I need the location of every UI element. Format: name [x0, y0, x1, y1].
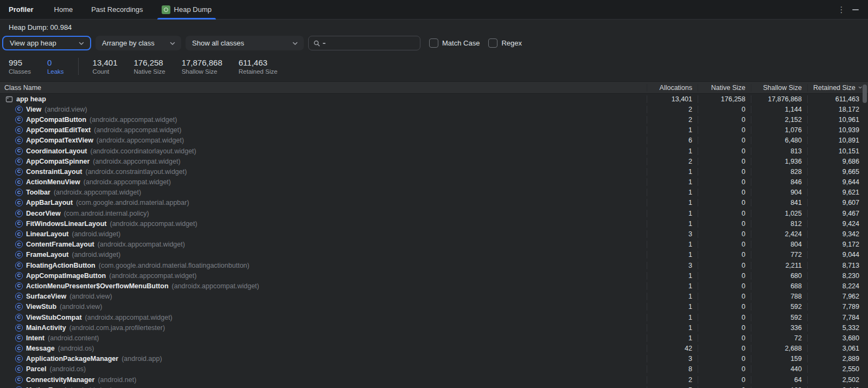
- table-row[interactable]: C ActionMenuPresenter$OverflowMenuButton…: [0, 281, 868, 291]
- vertical-scrollbar[interactable]: [862, 81, 867, 388]
- table-row[interactable]: C ActionMenuView (androidx.appcompat.wid…: [0, 177, 868, 187]
- allocations-value: 1: [647, 272, 698, 280]
- table-row[interactable]: C Parcel (android.os) 8 0 440 2,550: [0, 364, 868, 374]
- regex-option[interactable]: Regex: [488, 38, 522, 48]
- class-icon: C: [15, 106, 23, 113]
- table-row[interactable]: app heap 13,401 176,258 17,876,868 611,4…: [0, 94, 868, 104]
- stat-item: 611,463 Retained Size: [239, 58, 278, 75]
- retained-size-value: 7,784: [807, 314, 868, 321]
- allocations-value: 2: [647, 116, 698, 124]
- class-icon: C: [15, 241, 23, 248]
- scrollbar-thumb[interactable]: [863, 85, 867, 103]
- retained-size-value: 611,463: [807, 95, 868, 103]
- native-size-value: 0: [698, 158, 751, 165]
- heap-folder-icon: [5, 95, 13, 103]
- table-row[interactable]: C ViewStub (android.view) 1 0 592 7,789: [0, 302, 868, 312]
- table-row[interactable]: C MotionEvent (android.view) 5 0 160 2,4…: [0, 385, 868, 388]
- class-filter-select[interactable]: Show all classes: [186, 36, 304, 50]
- minimize-icon[interactable]: [848, 3, 863, 17]
- shallow-size-value: 159: [751, 355, 807, 363]
- class-icon: C: [15, 303, 23, 311]
- class-name: ActionMenuView: [26, 178, 80, 186]
- arrange-by-select[interactable]: Arrange by class: [95, 36, 181, 50]
- class-package: (androidx.appcompat.widget): [172, 282, 259, 290]
- table-row[interactable]: C ConstraintLayout (androidx.constraintl…: [0, 166, 868, 177]
- shallow-size-value: 2,152: [751, 116, 807, 124]
- tab-heap-dump-label: Heap Dump: [174, 5, 212, 14]
- stat-item: 176,258 Native Size: [133, 58, 165, 75]
- retained-size-value: 9,172: [807, 241, 868, 248]
- allocations-value: 1: [647, 147, 698, 155]
- heap-scope-select[interactable]: View app heap: [2, 36, 91, 50]
- table-row[interactable]: C FrameLayout (android.widget) 1 0 772 9…: [0, 250, 868, 260]
- table-row[interactable]: C AppCompatSpinner (androidx.appcompat.w…: [0, 156, 868, 166]
- table-row[interactable]: C AppCompatImageButton (androidx.appcomp…: [0, 270, 868, 281]
- class-name: MainActivity: [26, 324, 66, 332]
- class-name: FitWindowsLinearLayout: [26, 220, 107, 228]
- retained-size-value: 18,172: [807, 106, 868, 113]
- shallow-size-value: 788: [751, 293, 807, 300]
- profiler-window: Profiler Home Past Recordings Heap Dump …: [0, 0, 868, 388]
- table-row[interactable]: C Toolbar (androidx.appcompat.widget) 1 …: [0, 187, 868, 198]
- shallow-size-value: 592: [751, 303, 807, 311]
- allocations-value: 1: [647, 293, 698, 300]
- tab-past-recordings[interactable]: Past Recordings: [86, 0, 148, 20]
- native-size-value: 0: [698, 241, 751, 248]
- retained-size-value: 10,151: [807, 147, 868, 155]
- table-row[interactable]: C ViewStubCompat (androidx.appcompat.wid…: [0, 312, 868, 322]
- class-name: AppCompatTextView: [26, 137, 93, 144]
- class-package: (com.android.internal.policy): [64, 210, 149, 217]
- table-row[interactable]: C ConnectivityManager (android.net) 2 0 …: [0, 374, 868, 385]
- table-row[interactable]: C AppCompatEditText (androidx.appcompat.…: [0, 125, 868, 135]
- class-name: FloatingActionButton: [26, 262, 95, 269]
- retained-size-value: 9,467: [807, 210, 868, 217]
- column-header-native-size[interactable]: Native Size: [698, 84, 751, 92]
- allocations-value: 1: [647, 314, 698, 321]
- allocations-value: 2: [647, 158, 698, 165]
- stat-value: 611,463: [239, 58, 278, 67]
- search-field[interactable]: [308, 36, 420, 50]
- match-case-option[interactable]: Match Case: [429, 38, 480, 48]
- table-row[interactable]: C FloatingActionButton (com.google.andro…: [0, 260, 868, 270]
- class-filter-value: Show all classes: [192, 39, 288, 47]
- shallow-size-value: 813: [751, 147, 807, 155]
- tab-home-label: Home: [54, 5, 73, 14]
- table-row[interactable]: C AppCompatButton (androidx.appcompat.wi…: [0, 114, 868, 125]
- table-row[interactable]: C ContentFrameLayout (androidx.appcompat…: [0, 240, 868, 250]
- table-row[interactable]: C LinearLayout (android.widget) 3 0 2,42…: [0, 229, 868, 239]
- table-row[interactable]: C MainActivity (android.com.java.profile…: [0, 322, 868, 333]
- table-row[interactable]: C Message (android.os) 42 0 2,688 3,061: [0, 344, 868, 354]
- class-icon: C: [15, 220, 23, 228]
- table-row[interactable]: C DecorView (com.android.internal.policy…: [0, 208, 868, 218]
- table-row[interactable]: C Intent (android.content) 1 0 72 3,680: [0, 333, 868, 343]
- tab-home[interactable]: Home: [49, 0, 79, 20]
- more-options-icon[interactable]: ⋮: [834, 3, 848, 17]
- table-row[interactable]: C View (android.view) 2 0 1,144 18,172: [0, 104, 868, 114]
- table-row[interactable]: C SurfaceView (android.view) 1 0 788 7,9…: [0, 292, 868, 302]
- native-size-value: 0: [698, 272, 751, 280]
- table-row[interactable]: C CoordinatorLayout (androidx.coordinato…: [0, 146, 868, 156]
- native-size-value: 176,258: [698, 95, 751, 103]
- stat-label: Leaks: [47, 68, 64, 75]
- table-row[interactable]: C ApplicationPackageManager (android.app…: [0, 354, 868, 364]
- search-history-caret-icon[interactable]: [323, 43, 326, 44]
- tab-heap-dump[interactable]: Heap Dump: [156, 0, 217, 20]
- column-header-allocations[interactable]: Allocations: [647, 84, 698, 92]
- class-name: app heap: [16, 95, 46, 103]
- table-row[interactable]: C FitWindowsLinearLayout (androidx.appco…: [0, 218, 868, 229]
- column-header-shallow-size[interactable]: Shallow Size: [751, 84, 807, 92]
- chevron-down-icon: [78, 40, 85, 47]
- column-header-retained-size[interactable]: Retained Size: [807, 84, 868, 92]
- allocations-value: 13,401: [647, 95, 698, 103]
- class-package: (android.view): [60, 303, 103, 311]
- regex-checkbox[interactable]: [488, 38, 497, 48]
- table-row[interactable]: C AppBarLayout (com.google.android.mater…: [0, 198, 868, 208]
- retained-size-value: 3,680: [807, 334, 868, 342]
- stats-divider: [78, 58, 79, 75]
- match-case-checkbox[interactable]: [429, 38, 438, 48]
- column-header-class-name[interactable]: Class Name: [0, 84, 647, 92]
- class-icon: C: [15, 210, 23, 217]
- class-icon: C: [15, 199, 23, 206]
- table-row[interactable]: C AppCompatTextView (androidx.appcompat.…: [0, 135, 868, 146]
- search-input[interactable]: [328, 39, 416, 47]
